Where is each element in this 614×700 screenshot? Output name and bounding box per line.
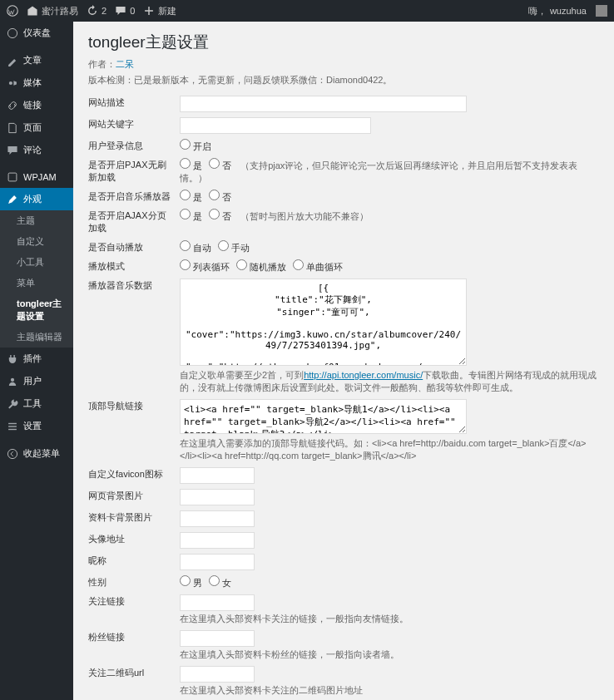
greeting-text: 嗨，: [528, 5, 547, 17]
hint-pjax: （支持pjax评论，但只能评论完一次后返回再继续评论，并且启用后暂不支持发表表情…: [180, 160, 577, 183]
label-favicon: 自定义favicon图标: [88, 465, 180, 486]
sidebar-posts[interactable]: 文章: [0, 49, 73, 71]
sidebar-pages[interactable]: 页面: [0, 116, 73, 139]
input-avatar[interactable]: [180, 532, 255, 549]
radio-pjax-no[interactable]: 否: [209, 160, 231, 170]
svg-rect-6: [8, 426, 17, 426]
desc-qr: 在这里填入头部资料卡关注的二维码图片地址: [180, 684, 599, 697]
label-ajax-page: 是否开启AJAX分页加载: [88, 206, 180, 238]
svg-rect-5: [8, 422, 17, 423]
label-gender: 性别: [88, 573, 180, 592]
sidebar-dashboard[interactable]: 仪表盘: [0, 22, 73, 44]
avatar: [596, 5, 607, 17]
sidebar-media[interactable]: 媒体: [0, 71, 73, 94]
radio-music-yes[interactable]: 是: [180, 192, 202, 202]
hint-ajax: （暂时与图片放大功能不兼容）: [240, 211, 369, 221]
new-label: 新建: [158, 5, 176, 17]
textarea-nav[interactable]: [180, 399, 467, 434]
radio-auto[interactable]: 自动: [180, 243, 211, 253]
author-link[interactable]: 二呆: [116, 59, 134, 69]
radio-list-loop[interactable]: 列表循环: [180, 262, 230, 272]
radio-male[interactable]: 男: [180, 578, 202, 588]
input-site-desc[interactable]: [180, 96, 467, 112]
site-name[interactable]: 蜜汁路易: [27, 5, 78, 17]
desc-nav: 在这里填入需要添加的顶部导航链接代码。如：<li><a href=http://…: [180, 437, 599, 462]
label-card-bg: 资料卡背景图片: [88, 508, 180, 530]
radio-login-on[interactable]: 开启: [180, 141, 211, 151]
input-favicon[interactable]: [180, 467, 255, 484]
updates-count: 2: [102, 6, 106, 16]
updates-link[interactable]: 2: [87, 5, 106, 17]
sidebar-tools[interactable]: 工具: [0, 392, 73, 415]
sidebar-collapse[interactable]: 收起菜单: [0, 442, 73, 465]
label-keywords: 网站关键字: [88, 115, 180, 136]
sidebar-users[interactable]: 用户: [0, 370, 73, 392]
desc-music-1: 自定义歌单需要至少2首，可到: [180, 370, 304, 380]
svg-point-8: [7, 449, 17, 458]
label-music-player: 是否开启音乐播放器: [88, 187, 180, 206]
label-follow: 关注链接: [88, 592, 180, 628]
radio-manual[interactable]: 手动: [218, 243, 250, 253]
svg-point-4: [11, 377, 14, 381]
input-fans[interactable]: [180, 630, 255, 647]
desc-fans: 在这里填入头部资料卡粉丝的链接，一般指向读者墙。: [180, 648, 599, 661]
comments-link[interactable]: 0: [115, 5, 135, 17]
input-card-bg[interactable]: [180, 510, 255, 527]
author-label: 作者：: [88, 59, 116, 69]
submenu-widgets[interactable]: 小工具: [0, 252, 73, 273]
sidebar-wpjam[interactable]: WPJAM: [0, 166, 73, 188]
textarea-music-data[interactable]: [180, 279, 467, 366]
svg-rect-7: [8, 428, 17, 429]
submenu-theme[interactable]: 主题: [0, 210, 73, 231]
desc-follow: 在这里填入头部资料卡关注的链接，一般指向友情链接。: [180, 613, 599, 625]
user-greeting[interactable]: 嗨，wuzuhua: [528, 5, 607, 17]
label-autoplay: 是否自动播放: [88, 238, 180, 257]
submenu-menu[interactable]: 菜单: [0, 273, 73, 293]
comments-count: 0: [130, 6, 135, 16]
label-site-desc: 网站描述: [88, 93, 180, 115]
radio-female[interactable]: 女: [209, 578, 231, 588]
label-avatar: 头像地址: [88, 530, 180, 551]
svg-rect-3: [8, 173, 17, 181]
label-top-nav: 顶部导航链接: [88, 397, 180, 465]
sidebar-links[interactable]: 链接: [0, 94, 73, 116]
input-nickname[interactable]: [180, 554, 255, 570]
label-music-data: 播放器音乐数据: [88, 276, 180, 397]
radio-pjax-yes[interactable]: 是: [180, 160, 202, 170]
input-keywords[interactable]: [180, 117, 371, 134]
label-login-info: 用户登录信息: [88, 136, 180, 155]
site-name-text: 蜜汁路易: [42, 5, 78, 17]
label-qr: 关注二维码url: [88, 663, 180, 699]
svg-point-2: [9, 81, 12, 84]
version-note: 版本检测：已是最新版本，无需更新，问题反馈联系微信：Diamond0422。: [88, 74, 599, 86]
label-fans: 粉丝链接: [88, 628, 180, 663]
submenu-editor[interactable]: 主题编辑器: [0, 327, 73, 348]
radio-random[interactable]: 随机播放: [236, 262, 286, 272]
page-title: tongleer主题设置: [88, 32, 599, 53]
radio-music-no[interactable]: 否: [209, 192, 231, 202]
sidebar-appearance[interactable]: 外观: [0, 188, 73, 210]
radio-ajax-no[interactable]: 否: [209, 211, 231, 221]
radio-ajax-yes[interactable]: 是: [180, 211, 202, 221]
input-qr[interactable]: [180, 666, 255, 683]
label-bg: 网页背景图片: [88, 486, 180, 508]
label-nickname: 昵称: [88, 551, 180, 573]
input-follow[interactable]: [180, 594, 255, 611]
sidebar-plugins[interactable]: 插件: [0, 348, 73, 370]
label-play-mode: 播放模式: [88, 257, 180, 276]
submenu-tongleer[interactable]: tongleer主题设置: [0, 293, 73, 327]
wp-logo[interactable]: [7, 5, 18, 17]
input-bg[interactable]: [180, 489, 255, 505]
submenu-custom[interactable]: 自定义: [0, 231, 73, 252]
sidebar-settings[interactable]: 设置: [0, 415, 73, 437]
new-link[interactable]: 新建: [143, 5, 176, 17]
label-pjax: 是否开启PJAX无刷新加载: [88, 155, 180, 187]
username: wuzuhua: [550, 6, 587, 16]
desc-music-url[interactable]: http://api.tongleer.com/music/: [304, 370, 423, 380]
sidebar-comments[interactable]: 评论: [0, 139, 73, 161]
radio-single[interactable]: 单曲循环: [293, 262, 343, 272]
